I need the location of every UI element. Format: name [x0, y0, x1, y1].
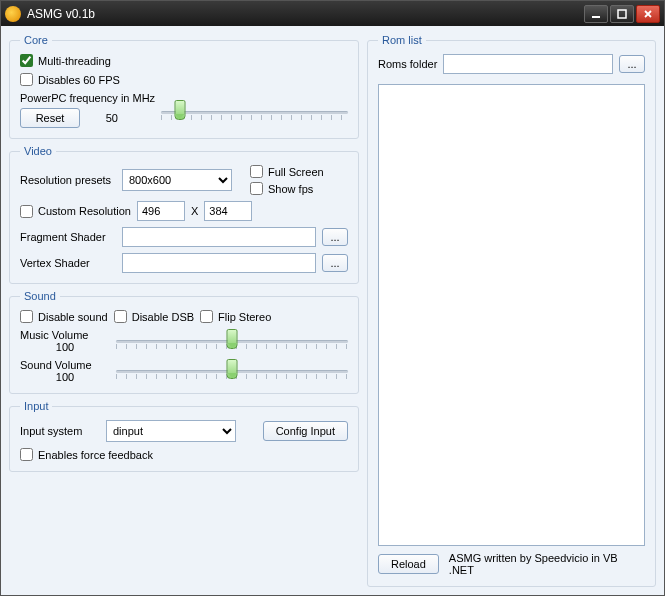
romlist-legend: Rom list	[378, 34, 426, 46]
music-volume-label: Music Volume	[20, 329, 110, 341]
minimize-button[interactable]	[584, 5, 608, 23]
romlist-group: Rom list Roms folder ... Reload ASMG wri…	[367, 34, 656, 587]
vertex-shader-browse-button[interactable]: ...	[322, 254, 348, 272]
multithreading-label: Multi-threading	[38, 55, 111, 67]
roms-folder-input[interactable]	[443, 54, 613, 74]
sound-slider-thumb[interactable]	[227, 359, 238, 379]
freq-value: 50	[88, 112, 118, 124]
fragment-shader-browse-button[interactable]: ...	[322, 228, 348, 246]
music-volume-value: 100	[20, 341, 110, 353]
roms-listbox[interactable]	[378, 84, 645, 546]
freq-slider[interactable]	[161, 100, 348, 124]
fragment-shader-label: Fragment Shader	[20, 231, 116, 243]
roms-folder-label: Roms folder	[378, 58, 437, 70]
vertex-shader-input[interactable]	[122, 253, 316, 273]
res-preset-select[interactable]: 800x600	[122, 169, 232, 191]
sound-legend: Sound	[20, 290, 60, 302]
force-feedback-checkbox[interactable]: Enables force feedback	[20, 448, 153, 461]
window-titlebar: ASMG v0.1b	[0, 0, 665, 26]
freq-label: PowerPC frequency in MHz	[20, 92, 155, 104]
sound-volume-slider[interactable]	[116, 359, 348, 383]
svg-rect-1	[618, 10, 626, 18]
sound-group: Sound Disable sound Disable DSB Flip Ste…	[9, 290, 359, 394]
close-button[interactable]	[636, 5, 660, 23]
input-group: Input Input system dinput Config Input E…	[9, 400, 359, 472]
disable-sound-checkbox[interactable]: Disable sound	[20, 310, 108, 323]
custom-width-input[interactable]	[137, 201, 185, 221]
custom-height-input[interactable]	[204, 201, 252, 221]
roms-folder-browse-button[interactable]: ...	[619, 55, 645, 73]
video-legend: Video	[20, 145, 56, 157]
maximize-button[interactable]	[610, 5, 634, 23]
custom-res-checkbox[interactable]: Custom Resolution	[20, 205, 131, 218]
video-group: Video Resolution presets 800x600 Full Sc…	[9, 145, 359, 284]
disable60fps-checkbox[interactable]: Disables 60 FPS	[20, 73, 120, 86]
music-slider-thumb[interactable]	[227, 329, 238, 349]
showfps-checkbox[interactable]: Show fps	[250, 182, 324, 195]
music-volume-slider[interactable]	[116, 329, 348, 353]
input-system-select[interactable]: dinput	[106, 420, 236, 442]
disable60fps-label: Disables 60 FPS	[38, 74, 120, 86]
core-group: Core Multi-threading Disables 60 FPS Pow…	[9, 34, 359, 139]
multithreading-checkbox[interactable]: Multi-threading	[20, 54, 111, 67]
credit-text: ASMG written by Speedvicio in VB .NET	[449, 552, 645, 576]
window-title: ASMG v0.1b	[27, 7, 582, 21]
reset-button[interactable]: Reset	[20, 108, 80, 128]
fragment-shader-input[interactable]	[122, 227, 316, 247]
by-label: X	[191, 205, 198, 217]
input-system-label: Input system	[20, 425, 100, 437]
freq-slider-thumb[interactable]	[174, 100, 185, 120]
flip-stereo-checkbox[interactable]: Flip Stereo	[200, 310, 271, 323]
config-input-button[interactable]: Config Input	[263, 421, 348, 441]
sound-volume-value: 100	[20, 371, 110, 383]
reload-button[interactable]: Reload	[378, 554, 439, 574]
res-preset-label: Resolution presets	[20, 174, 116, 186]
fullscreen-checkbox[interactable]: Full Screen	[250, 165, 324, 178]
vertex-shader-label: Vertex Shader	[20, 257, 116, 269]
app-icon	[5, 6, 21, 22]
sound-volume-label: Sound Volume	[20, 359, 110, 371]
svg-rect-0	[592, 16, 600, 18]
core-legend: Core	[20, 34, 52, 46]
input-legend: Input	[20, 400, 52, 412]
disable-dsb-checkbox[interactable]: Disable DSB	[114, 310, 194, 323]
